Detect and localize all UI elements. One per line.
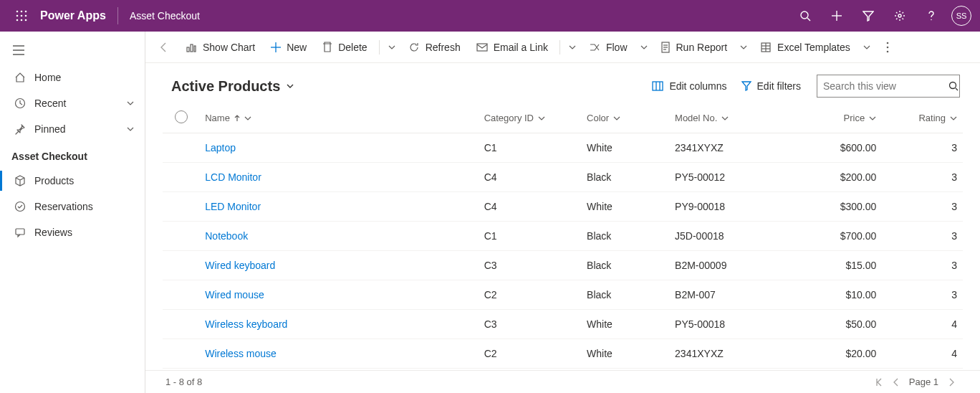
- product-link[interactable]: Wired mouse: [205, 289, 264, 300]
- col-category[interactable]: Category ID: [479, 103, 581, 133]
- run-report-button[interactable]: Run Report: [653, 36, 735, 59]
- check-circle-icon: [13, 201, 27, 212]
- row-select[interactable]: [163, 310, 199, 339]
- page-next-button[interactable]: [943, 378, 960, 387]
- delete-label: Delete: [338, 42, 367, 53]
- product-link[interactable]: Notebook: [205, 230, 248, 242]
- row-select[interactable]: [163, 192, 199, 222]
- flow-icon: [589, 42, 600, 53]
- table-row[interactable]: LCD MonitorC4BlackPY5-00012$200.003: [163, 163, 963, 192]
- svg-rect-23: [194, 46, 196, 52]
- more-commands-button[interactable]: [880, 42, 895, 53]
- product-link[interactable]: Laptop: [205, 142, 236, 153]
- cell-name: Wireless mouse: [199, 339, 478, 369]
- back-button[interactable]: [151, 42, 177, 53]
- cell-color: White: [581, 310, 669, 339]
- brand-label: Power Apps: [37, 9, 115, 22]
- edit-filters-button[interactable]: Edit filters: [734, 80, 808, 92]
- products-table: Name Category ID Color Model No. Price R…: [163, 103, 963, 369]
- hamburger-icon[interactable]: [0, 36, 145, 65]
- select-all-header[interactable]: [163, 103, 199, 133]
- row-select[interactable]: [163, 339, 199, 369]
- col-price[interactable]: Price: [794, 103, 882, 133]
- show-chart-button[interactable]: Show Chart: [178, 36, 262, 59]
- edit-columns-button[interactable]: Edit columns: [645, 80, 734, 92]
- row-select[interactable]: [163, 280, 199, 310]
- table-row[interactable]: LaptopC1White2341XYXZ$600.003: [163, 133, 963, 163]
- email-link-button[interactable]: Email a Link: [469, 36, 555, 59]
- email-dropdown[interactable]: [565, 44, 580, 51]
- flow-dropdown[interactable]: [636, 44, 652, 51]
- run-report-label: Run Report: [676, 42, 728, 53]
- cell-price: $20.00: [794, 339, 882, 369]
- table-row[interactable]: Wired mouseC2BlackB2M-007$10.003: [163, 280, 963, 310]
- cell-color: Black: [581, 163, 669, 192]
- svg-point-37: [886, 50, 888, 52]
- col-name[interactable]: Name: [199, 103, 478, 133]
- table-row[interactable]: Wireless keyboardC3WhitePY5-00018$50.004: [163, 310, 963, 339]
- search-input[interactable]: [823, 80, 948, 92]
- settings-icon[interactable]: [884, 0, 916, 32]
- filter-icon[interactable]: [852, 0, 884, 32]
- app-name-label[interactable]: Asset Checkout: [121, 10, 208, 22]
- delete-button[interactable]: Delete: [315, 36, 374, 59]
- product-link[interactable]: LCD Monitor: [205, 171, 261, 183]
- add-icon[interactable]: [821, 0, 852, 32]
- page-first-button[interactable]: [870, 378, 888, 387]
- delete-dropdown[interactable]: [384, 44, 400, 51]
- svg-line-10: [807, 18, 810, 21]
- nav-products[interactable]: Products: [0, 168, 145, 194]
- view-title-label: Active Products: [171, 78, 280, 95]
- cell-name: Laptop: [199, 133, 478, 163]
- cell-model: B2M-00009: [669, 251, 794, 280]
- nav-reservations[interactable]: Reservations: [0, 194, 145, 219]
- cell-rating: 4: [882, 339, 963, 369]
- select-all-circle[interactable]: [175, 110, 188, 123]
- nav-reviews[interactable]: Reviews: [0, 219, 145, 245]
- search-view-box[interactable]: [817, 75, 960, 98]
- help-icon[interactable]: [916, 0, 947, 32]
- excel-dropdown[interactable]: [859, 44, 875, 51]
- page-prev-button[interactable]: [888, 378, 905, 387]
- table-row[interactable]: Wireless mouseC2White2341XYXZ$20.004: [163, 339, 963, 369]
- row-select[interactable]: [163, 163, 199, 192]
- nav-recent[interactable]: Recent: [0, 90, 145, 116]
- svg-point-0: [16, 11, 19, 13]
- row-select[interactable]: [163, 251, 199, 280]
- col-rating[interactable]: Rating: [882, 103, 963, 133]
- svg-rect-38: [653, 82, 663, 90]
- table-row[interactable]: LED MonitorC4WhitePY9-00018$300.003: [163, 192, 963, 222]
- row-select[interactable]: [163, 222, 199, 251]
- cell-color: Black: [581, 222, 669, 251]
- product-link[interactable]: Wireless keyboard: [205, 318, 287, 330]
- view-title-dropdown[interactable]: Active Products: [171, 78, 294, 95]
- col-model[interactable]: Model No.: [669, 103, 794, 133]
- clock-icon: [13, 98, 27, 109]
- command-bar: Show Chart New Delete Refresh Email a Li…: [145, 32, 980, 63]
- table-wrapper: Name Category ID Color Model No. Price R…: [145, 103, 980, 370]
- columns-icon: [652, 81, 663, 91]
- show-chart-label: Show Chart: [203, 42, 255, 53]
- row-select[interactable]: [163, 133, 199, 163]
- col-color[interactable]: Color: [581, 103, 669, 133]
- excel-templates-button[interactable]: Excel Templates: [753, 36, 858, 59]
- nav-home[interactable]: Home: [0, 65, 145, 90]
- flow-button[interactable]: Flow: [582, 36, 635, 59]
- search-icon[interactable]: [789, 0, 821, 32]
- cell-category: C4: [479, 192, 581, 222]
- svg-point-36: [886, 46, 888, 48]
- new-button[interactable]: New: [264, 36, 314, 59]
- run-report-dropdown[interactable]: [736, 44, 751, 51]
- product-link[interactable]: Wireless mouse: [205, 348, 277, 359]
- product-link[interactable]: LED Monitor: [205, 201, 261, 212]
- app-launcher-icon[interactable]: [6, 10, 37, 22]
- nav-pinned[interactable]: Pinned: [0, 116, 145, 142]
- refresh-button[interactable]: Refresh: [401, 36, 468, 59]
- table-row[interactable]: NotebookC1BlackJ5D-00018$700.003: [163, 222, 963, 251]
- page-current-label: Page 1: [905, 377, 943, 387]
- cell-name: LED Monitor: [199, 192, 478, 222]
- user-avatar[interactable]: SS: [951, 6, 971, 26]
- table-row[interactable]: Wired keyboardC3BlackB2M-00009$15.003: [163, 251, 963, 280]
- product-link[interactable]: Wired keyboard: [205, 260, 275, 271]
- chevron-down-icon: [126, 99, 135, 108]
